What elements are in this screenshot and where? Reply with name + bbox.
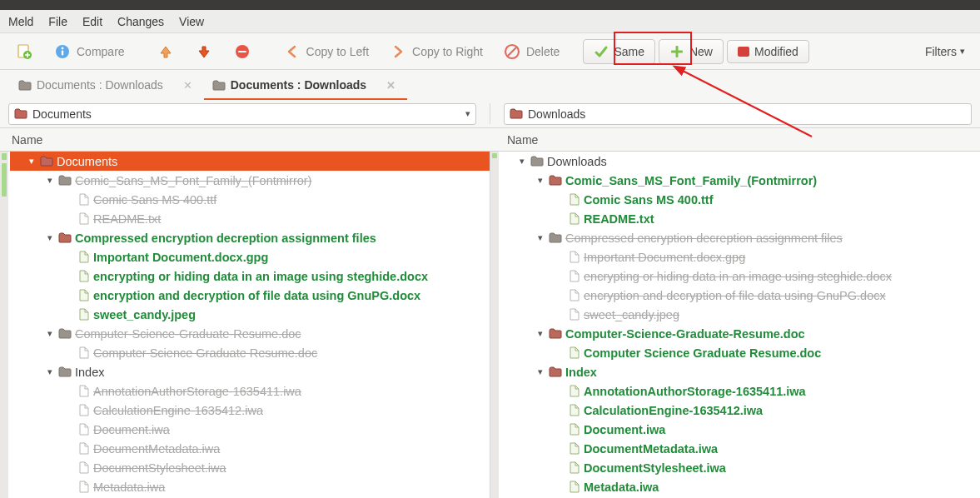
tree-file[interactable]: Important Document.docx.gpg — [10, 247, 490, 266]
same-label: Same — [614, 45, 644, 58]
menu-changes[interactable]: Changes — [117, 15, 164, 28]
tree-file[interactable]: Comic Sans MS 400.ttf — [10, 190, 490, 209]
up-button[interactable] — [148, 39, 183, 64]
expand-icon[interactable]: ▾ — [27, 156, 37, 167]
new-toggle[interactable]: New — [659, 39, 724, 64]
tree-file[interactable]: sweet_candy.jpeg — [500, 305, 980, 324]
svg-rect-10 — [671, 50, 683, 52]
tree-folder[interactable]: ▾Compressed encryption decreption assign… — [500, 228, 980, 247]
tree-file[interactable]: Important Document.docx.gpg — [500, 247, 980, 266]
compare-button[interactable]: Compare — [45, 39, 133, 64]
tree-file[interactable]: Comic Sans MS 400.ttf — [500, 190, 980, 209]
expand-icon[interactable]: ▾ — [45, 366, 55, 377]
tree-folder[interactable]: ▾Comic_Sans_MS_Font_Family_(Fontmirror) — [10, 171, 490, 190]
left-tree[interactable]: ▾Documents▾Comic_Sans_MS_Font_Family_(Fo… — [10, 152, 490, 498]
tree-file[interactable]: DocumentStylesheet.iwa — [500, 458, 980, 477]
folder-icon — [549, 328, 562, 340]
left-path-selector[interactable]: Documents ▾ — [8, 103, 476, 125]
close-icon[interactable]: ✕ — [183, 79, 192, 92]
document-plus-icon — [15, 42, 33, 61]
tree-file[interactable]: CalculationEngine-1635412.iwa — [10, 401, 490, 420]
file-icon — [567, 290, 580, 301]
expand-icon[interactable]: ▾ — [535, 328, 545, 339]
stop-button[interactable] — [225, 39, 260, 64]
expand-icon[interactable]: ▾ — [45, 232, 55, 243]
tree-folder[interactable]: ▾Documents — [10, 152, 490, 171]
tree-file[interactable]: AnnotationAuthorStorage-1635411.iwa — [10, 381, 490, 401]
menu-edit[interactable]: Edit — [82, 15, 102, 28]
tree-file[interactable]: sweet_candy.jpeg — [10, 305, 490, 324]
copy-right-button[interactable]: Copy to Right — [381, 39, 491, 64]
down-button[interactable] — [187, 39, 221, 64]
expand-icon[interactable]: ▾ — [535, 175, 545, 186]
left-name-header[interactable]: Name — [0, 128, 485, 151]
folder-icon — [14, 108, 27, 119]
tree-item-label: Comic_Sans_MS_Font_Family_(Fontmirror) — [565, 174, 817, 187]
tree-file[interactable]: AnnotationAuthorStorage-1635411.iwa — [500, 381, 980, 401]
arrow-down-icon — [195, 42, 213, 61]
menu-file[interactable]: File — [48, 15, 67, 28]
filters-button[interactable]: Filters ▾ — [917, 42, 973, 62]
copy-left-button[interactable]: Copy to Left — [275, 39, 378, 64]
pane-divider[interactable] — [490, 103, 490, 124]
tree-file[interactable]: DocumentMetadata.iwa — [500, 439, 980, 458]
tree-file[interactable]: encrypting or hiding data in an image us… — [500, 266, 980, 286]
expand-icon[interactable]: ▾ — [45, 175, 55, 186]
tree-item-label: encrypting or hiding data in an image us… — [93, 270, 428, 283]
tree-file[interactable]: Document.iwa — [500, 420, 980, 439]
file-icon — [567, 443, 580, 455]
folder-icon — [58, 328, 72, 340]
tree-item-label: README.txt — [584, 212, 654, 226]
path-row: Documents ▾ Downloads — [0, 100, 980, 128]
expand-icon[interactable]: ▾ — [517, 156, 527, 167]
delete-button[interactable]: Delete — [495, 39, 568, 64]
tree-file[interactable]: Metadata.iwa — [10, 477, 490, 496]
tree-file[interactable]: DocumentMetadata.iwa — [10, 439, 490, 458]
menu-view[interactable]: View — [179, 15, 204, 28]
tree-file[interactable]: Computer Science Graduate Resume.doc — [10, 343, 490, 362]
right-path-selector[interactable]: Downloads — [504, 103, 972, 125]
expand-icon[interactable]: ▾ — [45, 328, 55, 339]
tree-file[interactable]: Metadata.iwa — [500, 477, 980, 496]
tree-file[interactable]: Document.iwa — [10, 420, 490, 439]
tree-file[interactable]: Computer Science Graduate Resume.doc — [500, 343, 980, 362]
tree-folder[interactable]: ▾Index — [10, 362, 490, 381]
tree-folder[interactable]: ▾Downloads — [500, 152, 980, 171]
tree-folder[interactable]: ▾Comic_Sans_MS_Font_Family_(Fontmirror) — [500, 171, 980, 190]
svg-point-3 — [62, 47, 64, 49]
tree-file[interactable]: encryption and decryption of file data u… — [500, 286, 980, 305]
tree-file[interactable]: DocumentStylesheet.iwa — [10, 458, 490, 477]
compare-label: Compare — [77, 45, 125, 58]
tree-folder[interactable]: ▾Computer-Science-Graduate-Resume.doc — [500, 324, 980, 343]
expand-icon[interactable]: ▾ — [535, 232, 545, 243]
tree-item-label: Computer Science Graduate Resume.doc — [93, 346, 317, 360]
delete-label: Delete — [526, 45, 560, 58]
right-tree[interactable]: ▾Downloads▾Comic_Sans_MS_Font_Family_(Fo… — [500, 152, 980, 498]
tree-folder[interactable]: ▾Compressed encryption decreption assign… — [10, 228, 490, 247]
tree-file[interactable]: CalculationEngine-1635412.iwa — [500, 401, 980, 420]
file-icon — [567, 481, 580, 493]
window-titlebar — [0, 0, 980, 10]
same-toggle[interactable]: Same — [583, 39, 655, 64]
tree-item-label: DocumentStylesheet.iwa — [584, 461, 726, 475]
modified-toggle[interactable]: Modified — [727, 40, 809, 63]
file-icon — [77, 386, 90, 397]
right-name-header[interactable]: Name — [495, 128, 980, 151]
tree-file[interactable]: encrypting or hiding data in an image us… — [10, 266, 490, 286]
close-icon[interactable]: ✕ — [386, 79, 395, 92]
file-icon — [77, 347, 90, 359]
tab-0[interactable]: Documents : Downloads ✕ — [10, 72, 204, 100]
tree-folder[interactable]: ▾Computer-Science-Graduate-Resume.doc — [10, 324, 490, 343]
menu-meld[interactable]: Meld — [8, 15, 33, 28]
expand-icon[interactable]: ▾ — [535, 366, 545, 377]
tree-file[interactable]: encryption and decryption of file data u… — [10, 286, 490, 305]
folder-icon — [549, 366, 562, 378]
tab-1[interactable]: Documents : Downloads ✕ — [204, 72, 407, 100]
tree-file[interactable]: README.txt — [10, 209, 490, 228]
new-comparison-button[interactable] — [7, 39, 42, 64]
tree-file[interactable]: README.txt — [500, 209, 980, 228]
tree-item-label: Compressed encryption decreption assignm… — [565, 232, 843, 245]
tree-item-label: sweet_candy.jpeg — [584, 308, 679, 321]
file-icon — [567, 309, 580, 321]
tree-folder[interactable]: ▾Index — [500, 362, 980, 381]
